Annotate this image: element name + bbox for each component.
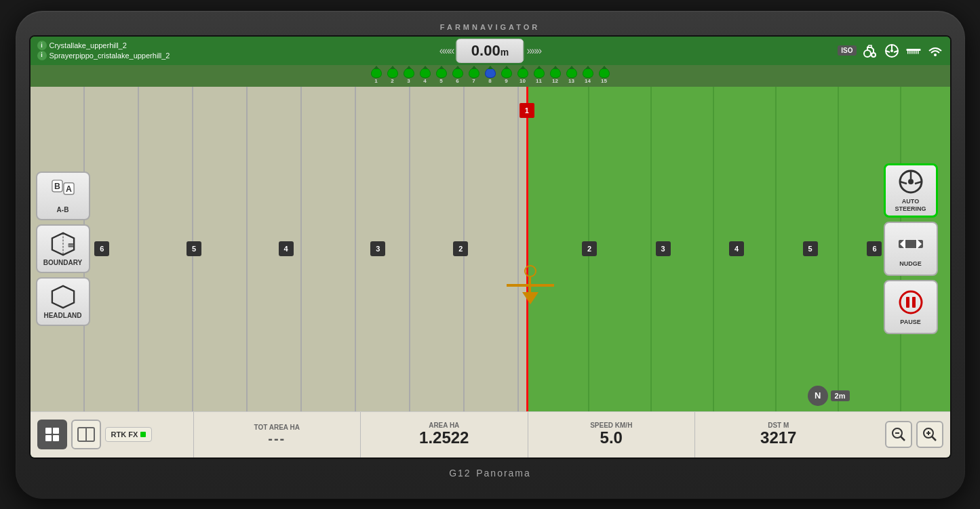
- nozzle-drop-5: [436, 68, 447, 78]
- nozzle-drop-3: [404, 68, 414, 78]
- auto-steering-label: AUTOSTEERING: [895, 198, 926, 213]
- svg-point-25: [908, 179, 914, 184]
- strip-badge-left-6: 6: [94, 241, 109, 256]
- tot-area-label: TOT AREA Ha: [254, 424, 300, 431]
- svg-rect-33: [906, 297, 909, 308]
- vehicle: [507, 265, 554, 304]
- nudge-icon: [897, 230, 924, 258]
- pause-label: PAUSE: [900, 319, 920, 326]
- distance-display: 0.00m: [456, 39, 524, 63]
- zoom-in-button[interactable]: [916, 421, 943, 448]
- strip-badge-left-5: 5: [187, 241, 201, 256]
- strip-badge-left-2: 2: [453, 241, 468, 256]
- svg-rect-13: [918, 51, 919, 54]
- svg-text:B: B: [54, 182, 60, 191]
- strip-badge-right-3: 3: [656, 241, 671, 256]
- current-strip-badge: 1: [520, 103, 534, 118]
- split-view-button[interactable]: [71, 420, 101, 449]
- header-bar: i Crystallake_upperhill_2 i Sprayerpippo…: [31, 37, 950, 65]
- grid-icon: [45, 428, 59, 441]
- nozzle-drop-8: [485, 68, 496, 78]
- vehicle-triangle: [522, 292, 538, 304]
- scale-label: 2m: [831, 390, 850, 401]
- svg-line-43: [932, 436, 936, 441]
- left-sidebar: B A A-B: [36, 87, 97, 411]
- nozzle-11: 11: [532, 68, 547, 84]
- nozzle-drop-15: [599, 68, 610, 78]
- left-chevrons: «««: [439, 45, 454, 57]
- boundary-button[interactable]: BOUNDARY: [36, 224, 90, 273]
- area-value: 1.2522: [419, 429, 469, 447]
- headland-label: HEADLAND: [43, 312, 81, 319]
- map-area[interactable]: 1 6 5 4 3 2 2 3 4 5 6: [31, 87, 950, 411]
- north-icon: N: [808, 386, 828, 406]
- svg-rect-12: [916, 51, 917, 54]
- nozzle-bar: 1 2 3 4 5: [31, 65, 950, 87]
- nozzle-5: 5: [434, 68, 449, 84]
- pause-icon: [897, 289, 924, 316]
- brand-bottom: G12 Panorama: [449, 464, 531, 480]
- sprayer-name: Sprayerpippo_cristalake_upperhill_2: [50, 51, 170, 60]
- svg-rect-7: [906, 49, 920, 51]
- rtk-label: RTK FX: [111, 430, 138, 439]
- tractor-icon: [862, 43, 878, 59]
- nozzle-6: 6: [450, 68, 465, 84]
- strip-badge-right-2: 2: [582, 241, 597, 256]
- speed-metric: SPEED Km/h 5.0: [528, 412, 695, 457]
- compass-widget: N 2m: [808, 386, 850, 406]
- nozzle-3: 3: [401, 68, 416, 84]
- field-name-row: i Crystallake_upperhill_2: [37, 41, 838, 50]
- nozzle-drop-10: [517, 68, 528, 78]
- svg-rect-9: [909, 51, 911, 54]
- svg-point-14: [934, 54, 937, 56]
- nudge-label: NUDGE: [899, 260, 922, 268]
- ab-label: A-B: [57, 206, 69, 213]
- svg-rect-10: [912, 51, 913, 54]
- status-left: RTK FX: [31, 412, 193, 457]
- nozzle-4: 4: [418, 68, 433, 84]
- screen: i Crystallake_upperhill_2 i Sprayerpippo…: [29, 35, 952, 459]
- header-right-icons: ISO: [838, 43, 943, 59]
- svg-point-32: [900, 291, 922, 313]
- strip-badge-right-6: 6: [867, 241, 882, 256]
- boundary-icon: [51, 232, 75, 256]
- nozzle-drop-14: [583, 68, 593, 78]
- distance-value: 0.00: [471, 42, 501, 59]
- spray-icon: [905, 43, 922, 59]
- status-metrics: TOT AREA Ha --- AREA Ha 1.2522 SPEED Km/…: [193, 412, 862, 457]
- svg-rect-11: [914, 51, 915, 54]
- screen-content: i Crystallake_upperhill_2 i Sprayerpippo…: [31, 37, 950, 457]
- pause-button[interactable]: PAUSE: [884, 280, 938, 334]
- dst-value: 3217: [760, 429, 796, 447]
- right-sidebar: AUTOSTEERING NUDGE: [884, 87, 945, 411]
- strip-badge-left-4: 4: [279, 241, 294, 256]
- nudge-button[interactable]: NUDGE: [884, 222, 938, 276]
- distance-unit: m: [501, 47, 509, 58]
- nozzle-drop-4: [420, 68, 431, 78]
- auto-steering-button[interactable]: AUTOSTEERING: [884, 163, 938, 218]
- svg-line-39: [901, 436, 905, 441]
- svg-point-0: [864, 50, 871, 57]
- tot-area-value: ---: [268, 431, 286, 446]
- nozzle-13: 13: [564, 68, 579, 84]
- strip-badge-right-4: 4: [729, 241, 744, 256]
- zoom-out-button[interactable]: [885, 421, 912, 448]
- info-icon[interactable]: i: [37, 41, 47, 50]
- nozzle-9: 9: [499, 68, 514, 84]
- grid-view-button[interactable]: [37, 420, 67, 449]
- brand-bottom-g12: G12: [449, 468, 471, 479]
- distance-display-container: ««« 0.00m »»»: [439, 39, 541, 63]
- info-icon-2[interactable]: i: [37, 51, 47, 60]
- nozzle-7: 7: [467, 68, 482, 84]
- status-bar: RTK FX TOT AREA Ha --- AREA Ha 1.2522 SP…: [31, 411, 950, 457]
- brand-top: FARMNAVIGATOR: [440, 23, 540, 31]
- nozzle-drop-2: [387, 68, 398, 78]
- brand-bottom-panorama: Panorama: [476, 468, 531, 479]
- headland-button[interactable]: HEADLAND: [36, 277, 90, 326]
- nozzle-2: 2: [385, 68, 400, 84]
- nozzle-14: 14: [581, 68, 595, 84]
- ab-button[interactable]: B A A-B: [36, 171, 90, 220]
- strip-badge-right-5: 5: [803, 241, 818, 256]
- vehicle-circle: [524, 265, 536, 277]
- nozzle-1: 1: [369, 68, 384, 84]
